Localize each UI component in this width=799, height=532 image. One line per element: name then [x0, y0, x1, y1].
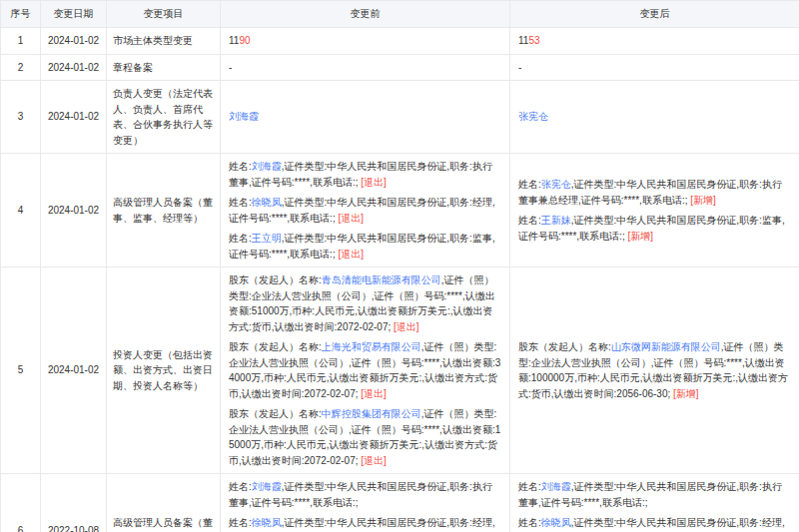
cell-change-item: 高级管理人员备案（董事、监事、经理等）	[107, 474, 221, 532]
entry-paragraph: -	[518, 60, 791, 76]
entry-paragraph: 姓名:徐晓凤,证件类型:中华人民共和国居民身份证,职务:经理,证件号码:****…	[229, 195, 501, 226]
cell-after-change: 股东（发起人）名称:山东微网新能源有限公司,证件（照）类型:企业法人营业执照（公…	[510, 267, 799, 474]
cell-row-number: 2	[1, 54, 41, 81]
table-body: 12024-01-02市场主体类型变更1190115322024-01-02章程…	[1, 28, 799, 532]
entry-text: 姓名:	[229, 161, 252, 172]
change-status-tag: [退出]	[336, 213, 364, 224]
entity-link[interactable]: 张宪仓	[541, 179, 571, 190]
entry-text: 11	[518, 35, 528, 46]
table-row: 22024-01-02章程备案--	[1, 54, 799, 81]
entry-paragraph: -	[229, 60, 501, 76]
cell-before-change: 1190	[221, 28, 510, 55]
entity-link[interactable]: 刘海霞	[229, 111, 259, 122]
entry-paragraph: 刘海霞	[229, 109, 501, 125]
entity-link[interactable]: 刘海霞	[252, 161, 282, 172]
change-status-tag: [新增]	[687, 195, 715, 206]
cell-before-change: 刘海霞	[221, 81, 510, 154]
change-status-tag: 90	[239, 35, 250, 46]
table-row: 52024-01-02投资人变更（包括出资额、出资方式、出资日期、投资人名称等）…	[1, 267, 799, 474]
cell-row-number: 4	[1, 154, 41, 267]
change-records-table: 序号 变更日期 变更项目 变更前 变更后 12024-01-02市场主体类型变更…	[0, 0, 799, 532]
entry-paragraph: 1153	[518, 33, 791, 49]
cell-before-change: 姓名:刘海霞,证件类型:中华人民共和国居民身份证,职务:执行董事,证件号码:**…	[221, 474, 510, 532]
entry-paragraph: 张宪仓	[518, 109, 791, 125]
entity-link[interactable]: 上海光和贸易有限公司	[322, 341, 421, 352]
cell-row-number: 3	[1, 81, 41, 154]
cell-after-change: 张宪仓	[510, 81, 799, 154]
entry-paragraph: 姓名:王立明,证件类型:中华人民共和国居民身份证,职务:监事,证件号码:****…	[229, 231, 501, 262]
entry-paragraph: 姓名:刘海霞,证件类型:中华人民共和国居民身份证,职务:执行董事,证件号码:**…	[229, 159, 501, 190]
cell-after-change: -	[510, 54, 799, 81]
entry-text: 股东（发起人）名称:	[518, 341, 611, 352]
entry-paragraph: 姓名:刘海霞,证件类型:中华人民共和国居民身份证,职务:执行董事,证件号码:**…	[518, 479, 791, 510]
header-row: 序号 变更日期 变更项目 变更前 变更后	[1, 1, 799, 28]
entry-paragraph: 姓名:徐晓凤,证件类型:中华人民共和国居民身份证,职务:经理,证件号码:****…	[229, 515, 501, 532]
cell-change-date: 2024-01-02	[41, 154, 107, 267]
header-cell-after: 变更后	[510, 1, 799, 28]
entity-link[interactable]: 刘海霞	[541, 481, 571, 492]
entry-text: 股东（发起人）名称:	[229, 341, 322, 352]
cell-change-item: 高级管理人员备案（董事、监事、经理等）	[107, 154, 221, 267]
entity-link[interactable]: 中辉控股集团有限公司	[322, 408, 421, 419]
change-status-tag: [退出]	[358, 177, 386, 188]
cell-change-item: 投资人变更（包括出资额、出资方式、出资日期、投资人名称等）	[107, 267, 221, 474]
change-status-tag: [新增]	[625, 231, 653, 242]
entity-link[interactable]: 张宪仓	[518, 111, 548, 122]
cell-change-item: 市场主体类型变更	[107, 28, 221, 55]
cell-change-date: 2024-01-02	[41, 81, 107, 154]
change-status-tag: 53	[528, 35, 539, 46]
cell-row-number: 6	[1, 474, 41, 532]
entry-text: 姓名:	[518, 517, 541, 528]
header-cell-date: 变更日期	[41, 1, 107, 28]
cell-change-date: 2024-01-02	[41, 267, 107, 474]
entry-paragraph: 股东（发起人）名称:青岛清能电新能源有限公司,证件（照）类型:企业法人营业执照（…	[229, 272, 501, 334]
table-row: 12024-01-02市场主体类型变更11901153	[1, 28, 799, 55]
cell-change-item: 负责人变更（法定代表人、负责人、首席代表、合伙事务执行人等变更）	[107, 81, 221, 154]
change-status-tag: [退出]	[336, 249, 364, 260]
table-row: 42024-01-02高级管理人员备案（董事、监事、经理等）姓名:刘海霞,证件类…	[1, 154, 799, 267]
entry-paragraph: 股东（发起人）名称:中辉控股集团有限公司,证件（照）类型:企业法人营业执照（公司…	[229, 406, 501, 468]
entry-paragraph: 姓名:张宪仓,证件类型:中华人民共和国居民身份证,职务:执行董事兼总经理,证件号…	[518, 177, 791, 208]
entry-text: 姓名:	[518, 179, 541, 190]
header-cell-no: 序号	[1, 1, 41, 28]
entry-paragraph: 1190	[229, 33, 501, 49]
change-status-tag: [新增]	[670, 388, 698, 399]
entity-link[interactable]: 王新妹	[541, 215, 571, 226]
entity-link[interactable]: 山东微网新能源有限公司	[611, 341, 721, 352]
change-status-tag: [退出]	[359, 455, 387, 466]
entry-text: 股东（发起人）名称:	[229, 274, 322, 285]
entity-link[interactable]: 徐晓凤	[252, 517, 282, 528]
entry-text: -	[518, 62, 521, 73]
cell-before-change: 股东（发起人）名称:青岛清能电新能源有限公司,证件（照）类型:企业法人营业执照（…	[221, 267, 510, 474]
cell-change-date: 2024-01-02	[41, 28, 107, 55]
table-row: 32024-01-02负责人变更（法定代表人、负责人、首席代表、合伙事务执行人等…	[1, 81, 799, 154]
entity-link[interactable]: 王立明	[252, 233, 282, 244]
entry-text: 姓名:	[518, 481, 541, 492]
cell-change-item: 章程备案	[107, 54, 221, 81]
cell-row-number: 1	[1, 28, 41, 55]
table-header: 序号 变更日期 变更项目 变更前 变更后	[1, 1, 799, 28]
entry-paragraph: 姓名:徐晓凤,证件类型:中华人民共和国居民身份证,职务:经理,证件号码:****…	[518, 515, 791, 532]
entry-text: 姓名:	[518, 215, 541, 226]
entity-link[interactable]: 青岛清能电新能源有限公司	[322, 274, 441, 285]
table-row: 62022-10-08高级管理人员备案（董事、监事、经理等）姓名:刘海霞,证件类…	[1, 474, 799, 532]
entry-text: 姓名:	[229, 233, 252, 244]
change-status-tag: [退出]	[391, 321, 418, 332]
entry-text: 姓名:	[229, 517, 252, 528]
entity-link[interactable]: 徐晓凤	[252, 197, 282, 208]
entry-paragraph: 股东（发起人）名称:山东微网新能源有限公司,证件（照）类型:企业法人营业执照（公…	[518, 339, 791, 401]
cell-before-change: 姓名:刘海霞,证件类型:中华人民共和国居民身份证,职务:执行董事,证件号码:**…	[221, 154, 510, 267]
cell-after-change: 1153	[510, 28, 799, 55]
change-status-tag: [退出]	[359, 388, 387, 399]
entry-paragraph: 股东（发起人）名称:上海光和贸易有限公司,证件（照）类型:企业法人营业执照（公司…	[229, 339, 501, 401]
entry-text: 11	[229, 35, 239, 46]
cell-change-date: 2024-01-02	[41, 54, 107, 81]
entry-text: 姓名:	[229, 481, 252, 492]
entity-link[interactable]: 徐晓凤	[541, 517, 571, 528]
entry-text: 姓名:	[229, 197, 252, 208]
cell-change-date: 2022-10-08	[41, 474, 107, 532]
entry-text: -	[229, 62, 232, 73]
change-records-section: 序号 变更日期 变更项目 变更前 变更后 12024-01-02市场主体类型变更…	[0, 0, 799, 532]
header-cell-item: 变更项目	[107, 1, 221, 28]
entity-link[interactable]: 刘海霞	[252, 481, 282, 492]
